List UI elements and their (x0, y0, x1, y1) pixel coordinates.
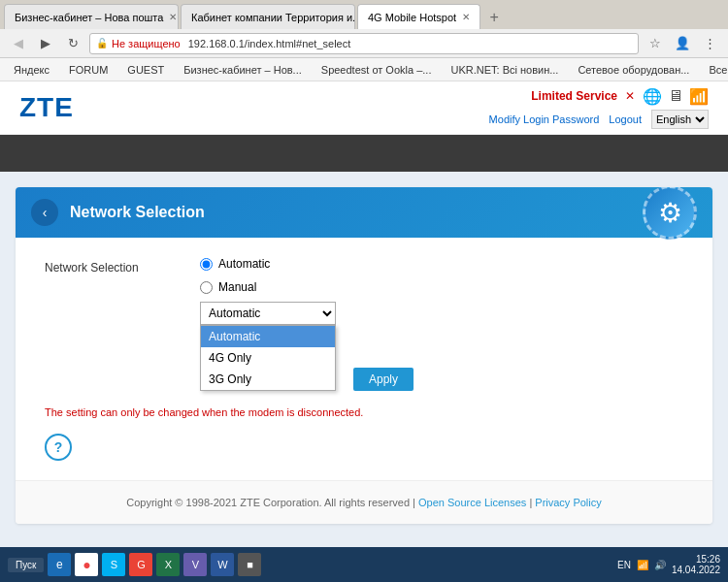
manual-label: Manual (218, 280, 256, 294)
taskbar-ie[interactable]: e (48, 553, 71, 576)
automatic-radio[interactable] (200, 258, 213, 271)
zte-nav-bar (0, 135, 728, 172)
manual-radio[interactable] (200, 281, 213, 294)
content-panel: ‹ Network Selection ⚙ Network Selection … (16, 187, 712, 524)
tab-1-label: Бизнес-кабинет – Нова пошта (15, 12, 163, 23)
navigation-bar: ◀ ▶ ↻ 🔓 Не защищено 192.168.0.1/index.ht… (0, 29, 728, 58)
bookmark-yandex[interactable]: Яндекс (8, 62, 55, 78)
network-type-dropdown[interactable]: Automatic4G Only3G Only Automatic 4G Onl… (200, 302, 336, 325)
taskbar: Пуск e ● S G X V W ■ EN 📶 🔊 15:26 14.04.… (0, 547, 728, 582)
bookmark-ukrnet[interactable]: UKR.NET: Всі новин... (445, 62, 564, 78)
taskbar-excel[interactable]: X (156, 553, 180, 576)
clock-date: 14.04.2022 (672, 565, 720, 575)
tab-1-close[interactable]: ✕ (169, 12, 177, 22)
zte-logo: ZTE (19, 92, 74, 123)
bookmarks-bar: Яндекс FORUM GUEST Бизнес-кабинет – Нов.… (0, 58, 728, 81)
radio-group: Automatic Manual (200, 257, 414, 294)
taskbar-extra[interactable]: ■ (238, 553, 261, 576)
bookmark-network[interactable]: Сетевое оборудован... (572, 62, 695, 78)
zte-header: ZTE Limited Service ✕ 🌐 🖥 📶 Modify Login… (0, 81, 728, 135)
help-button[interactable]: ? (45, 434, 72, 461)
tab-2-label: Кабинет компании Территория и... (191, 12, 355, 23)
automatic-label: Automatic (218, 257, 270, 271)
taskbar-viber[interactable]: V (183, 553, 207, 576)
header-icons: 🌐 🖥 📶 (643, 87, 709, 106)
security-label: Не защищено (112, 38, 181, 49)
tab-3-label: 4G Mobile Hotspot (368, 12, 456, 23)
tab-3-close[interactable]: ✕ (462, 12, 470, 22)
bookmark-bk[interactable]: Бизнес-кабинет – Нов... (178, 62, 308, 78)
open-source-link[interactable]: Open Source Licenses (418, 497, 526, 508)
globe-icon: 🌐 (643, 87, 662, 106)
panel-back-button[interactable]: ‹ (31, 199, 58, 226)
clock-time: 15:26 (672, 554, 720, 565)
insecure-icon: 🔓 (96, 38, 108, 48)
tab-2[interactable]: Кабинет компании Территория и... ✕ (181, 4, 355, 29)
apply-button[interactable]: Apply (353, 368, 414, 391)
menu-button[interactable]: ⋮ (699, 33, 720, 54)
address-bar[interactable]: 🔓 Не защищено 192.168.0.1/index.html#net… (89, 33, 639, 54)
option-4g-only[interactable]: 4G Only (201, 347, 335, 369)
taskbar-word[interactable]: W (211, 553, 234, 576)
taskbar-chrome[interactable]: ● (75, 553, 98, 576)
panel-footer: Copyright © 1998-2021 ZTE Corporation. A… (16, 480, 712, 524)
url-text: 192.168.0.1/index.html#net_select (188, 38, 351, 49)
taskbar-skype[interactable]: S (102, 553, 125, 576)
option-automatic[interactable]: Automatic (201, 326, 335, 347)
bookmark-guest[interactable]: GUEST (121, 62, 170, 78)
monitor-icon: 🖥 (668, 87, 683, 105)
wifi-icon: 📶 (689, 87, 709, 106)
logout-link[interactable]: Logout (609, 113, 642, 125)
zte-main-area: ‹ Network Selection ⚙ Network Selection … (0, 172, 728, 547)
back-button[interactable]: ◀ (8, 33, 29, 54)
panel-body: Network Selection Automatic Manual (16, 238, 712, 480)
taskbar-right: EN 📶 🔊 15:26 14.04.2022 (617, 554, 720, 575)
bookmark-speedtest[interactable]: Speedtest от Ookla –... (315, 62, 438, 78)
footer-copyright: Copyright © 1998-2021 ZTE Corporation. A… (126, 497, 415, 508)
limited-service-label: Limited Service (531, 89, 617, 103)
taskbar-left: Пуск e ● S G X V W ■ (8, 553, 261, 576)
profile-button[interactable]: 👤 (672, 33, 693, 54)
status-bottom: Modify Login Password Logout English (489, 110, 709, 129)
network-type-select[interactable]: Automatic4G Only3G Only (200, 302, 336, 325)
privacy-policy-link[interactable]: Privacy Policy (535, 497, 601, 508)
gear-icon: ⚙ (643, 187, 697, 240)
bookmark-goods[interactable]: Все товары от Терр... (703, 62, 728, 78)
status-area: Limited Service ✕ 🌐 🖥 📶 Modify Login Pas… (489, 87, 709, 129)
network-selection-row: Network Selection Automatic Manual (45, 257, 683, 391)
start-button[interactable]: Пуск (8, 558, 44, 572)
forward-button[interactable]: ▶ (35, 33, 56, 54)
tab-1[interactable]: Бизнес-кабинет – Нова пошта ✕ (4, 4, 179, 29)
automatic-radio-row: Automatic (200, 257, 414, 271)
tab-bar: Бизнес-кабинет – Нова пошта ✕ Кабинет ко… (0, 0, 728, 29)
taskbar-speaker-icon: 🔊 (654, 560, 666, 570)
dropdown-list: Automatic 4G Only 3G Only (200, 325, 336, 391)
panel-header: ‹ Network Selection ⚙ (16, 187, 712, 238)
bookmark-button[interactable]: ☆ (645, 33, 666, 54)
refresh-button[interactable]: ↻ (62, 33, 83, 54)
page-content: ZTE Limited Service ✕ 🌐 🖥 📶 Modify Login… (0, 81, 728, 547)
panel-title: Network Selection (70, 204, 205, 221)
status-top: Limited Service ✕ 🌐 🖥 📶 (531, 87, 709, 106)
tab-3[interactable]: 4G Mobile Hotspot ✕ (357, 4, 480, 29)
clock: 15:26 14.04.2022 (672, 554, 720, 575)
network-selection-label: Network Selection (45, 257, 181, 275)
taskbar-lang: EN (617, 560, 631, 570)
taskbar-chrome2[interactable]: G (129, 553, 152, 576)
limited-service-close[interactable]: ✕ (625, 89, 635, 103)
manual-radio-row: Manual (200, 280, 414, 294)
language-select[interactable]: English (651, 110, 709, 129)
taskbar-network-icon: 📶 (637, 560, 648, 570)
footer-separator: | (529, 497, 532, 508)
modify-login-link[interactable]: Modify Login Password (489, 113, 600, 125)
warning-message: The setting can only be changed when the… (45, 406, 683, 418)
bookmark-forum[interactable]: FORUM (63, 62, 114, 78)
option-3g-only[interactable]: 3G Only (201, 369, 335, 390)
new-tab-button[interactable]: + (482, 6, 506, 29)
